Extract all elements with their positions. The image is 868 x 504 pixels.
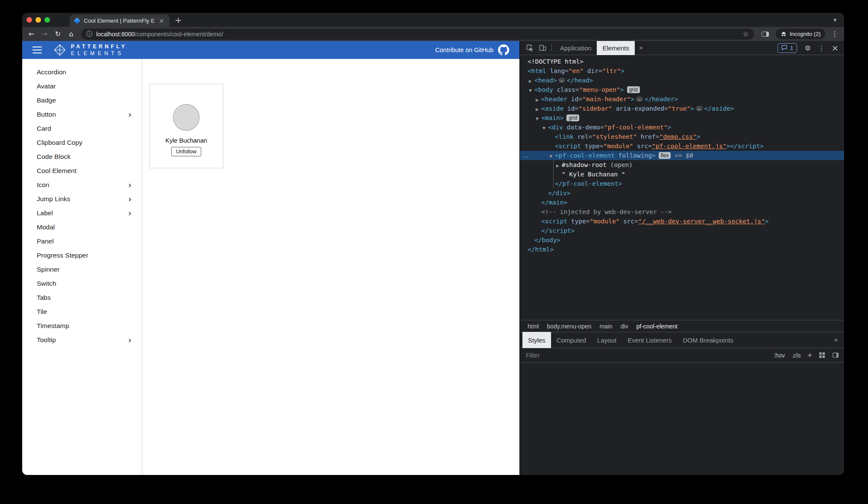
dom-tree-line[interactable]: ▶<head>…</head> <box>520 76 844 85</box>
dom-tree-line[interactable]: </main> <box>520 198 844 207</box>
more-panels-icon[interactable]: » <box>635 44 647 52</box>
sidebar-item-clipboard-copy[interactable]: Clipboard Copy <box>22 135 142 149</box>
node-menu-icon[interactable]: … <box>522 151 529 160</box>
collapse-arrow-icon[interactable]: ▼ <box>536 114 541 123</box>
unfollow-button[interactable]: Unfollow <box>171 147 201 156</box>
forward-button[interactable]: → <box>39 28 50 40</box>
code-link[interactable]: "pf-cool-element.js" <box>652 143 727 149</box>
brand[interactable]: PATTERNFLY ELEMENTS <box>53 43 127 57</box>
dom-tree-line[interactable]: ▶#shadow-root (open) <box>520 160 844 170</box>
browser-menu-icon[interactable]: ⋮ <box>829 30 841 38</box>
sidebar-item-tabs[interactable]: Tabs <box>22 290 142 305</box>
dom-tree-line[interactable]: <script type="module" src="/__web-dev-se… <box>520 217 844 226</box>
expand-arrow-icon[interactable]: ▶ <box>556 161 562 170</box>
code-badge[interactable]: flex <box>659 152 671 159</box>
tab-event-listeners[interactable]: Event Listeners <box>622 332 677 348</box>
breadcrumb-item-body-menu-open[interactable]: body.menu-open <box>547 323 591 330</box>
minimize-window-button[interactable] <box>35 17 41 23</box>
sidebar-item-tooltip[interactable]: Tooltip› <box>22 333 142 347</box>
dom-tree-line[interactable]: ▼<main>grid <box>520 113 844 123</box>
breadcrumb-item-main[interactable]: main <box>600 323 613 330</box>
sidebar-item-cool-element[interactable]: Cool Element <box>22 164 142 178</box>
sidebar-item-badge[interactable]: Badge <box>22 93 142 107</box>
dock-sidebar-icon[interactable] <box>832 352 839 358</box>
dom-tree-line[interactable]: </script> <box>520 226 844 235</box>
dom-tree-line[interactable]: <!-- injected by web-dev-server --> <box>520 207 844 217</box>
hamburger-menu-icon[interactable] <box>32 47 42 54</box>
dom-tree-line[interactable]: </body> <box>520 235 844 245</box>
sidebar-item-panel[interactable]: Panel <box>22 234 142 248</box>
element-classes-button[interactable]: .cls <box>792 352 801 359</box>
code-badge[interactable]: grid <box>566 114 579 121</box>
sidebar-item-jump-links[interactable]: Jump Links› <box>22 192 142 206</box>
more-style-tabs-icon[interactable]: » <box>828 336 844 344</box>
address-bar[interactable]: ⓘ localhost:8000/components/cool-element… <box>81 29 754 40</box>
browser-tab[interactable]: Cool Element | PatternFly Elem × <box>70 15 170 27</box>
expand-arrow-icon[interactable]: ▶ <box>536 95 541 105</box>
dom-tree-line[interactable]: </div> <box>520 188 844 198</box>
expand-arrow-icon[interactable]: ▶ <box>536 105 541 114</box>
settings-gear-icon[interactable]: ⚙ <box>801 41 814 55</box>
home-button[interactable]: ⌂ <box>65 28 77 40</box>
code-badge[interactable]: grid <box>627 86 640 93</box>
dom-tree-line[interactable]: ▼<div data-demo="pf-cool-element"> <box>520 123 844 132</box>
styles-filter-input[interactable] <box>525 352 767 359</box>
sidebar-item-code-block[interactable]: Code Block <box>22 149 142 164</box>
dom-tree-line[interactable]: ▶<header id="main-header">…</header> <box>520 94 844 104</box>
devtools-close-icon[interactable]: × <box>829 41 842 55</box>
issues-button[interactable]: 1 <box>777 43 797 53</box>
dom-tree-line[interactable]: <!DOCTYPE html> <box>520 57 844 66</box>
sidebar-item-tile[interactable]: Tile <box>22 305 142 319</box>
dom-tree-line[interactable]: <html lang="en" dir="ltr"> <box>520 66 844 76</box>
bookmark-star-icon[interactable]: ☆ <box>740 30 751 38</box>
breadcrumb-item-div[interactable]: div <box>621 323 628 330</box>
sidebar-item-card[interactable]: Card <box>22 121 142 135</box>
rendering-grid-icon[interactable] <box>819 352 825 358</box>
tab-dom-breakpoints[interactable]: DOM Breakpoints <box>677 332 739 348</box>
tab-elements[interactable]: Elements <box>597 41 635 55</box>
sidebar-item-progress-stepper[interactable]: Progress Stepper <box>22 248 142 262</box>
breadcrumb-item-pf-cool-element[interactable]: pf-cool-element <box>636 323 678 330</box>
code-link[interactable]: "demo.css" <box>659 133 696 140</box>
dom-tree-line[interactable]: <script type="module" src="pf-cool-eleme… <box>520 141 844 151</box>
sidebar-item-spinner[interactable]: Spinner <box>22 262 142 276</box>
code-link[interactable]: "/__web-dev-server__web-socket.js" <box>638 218 765 225</box>
sidebar-item-accordion[interactable]: Accordion <box>22 65 142 79</box>
site-info-icon[interactable]: ⓘ <box>86 30 92 38</box>
devtools-menu-icon[interactable]: ⋮ <box>815 41 828 55</box>
dom-tree-line[interactable]: ▼<body class="menu-open">grid <box>520 85 844 94</box>
reload-button[interactable]: ↻ <box>52 28 64 40</box>
dom-tree-line[interactable]: </pf-cool-element> <box>520 179 844 188</box>
new-style-rule-button[interactable]: + <box>807 352 812 359</box>
sidebar-item-timestamp[interactable]: Timestamp <box>22 319 142 333</box>
dom-tree-line[interactable]: …▼<pf-cool-element following>flex == $0 <box>520 151 844 160</box>
zoom-window-button[interactable] <box>44 17 50 23</box>
dom-tree-line[interactable]: </html> <box>520 245 844 254</box>
breadcrumb-item-html[interactable]: html <box>528 323 539 330</box>
collapse-arrow-icon[interactable]: ▼ <box>529 86 534 95</box>
tab-computed[interactable]: Computed <box>551 332 592 348</box>
code-ellipsis[interactable]: … <box>636 97 643 102</box>
side-panel-icon[interactable] <box>762 32 769 37</box>
sidebar-item-label[interactable]: Label› <box>22 206 142 220</box>
dom-tree-line[interactable]: " Kyle Buchanan " <box>520 170 844 179</box>
tab-application[interactable]: Application <box>554 41 597 55</box>
expand-arrow-icon[interactable]: ▶ <box>529 76 534 86</box>
sidebar-item-icon[interactable]: Icon› <box>22 178 142 192</box>
collapse-arrow-icon[interactable]: ▼ <box>542 123 548 133</box>
tab-styles[interactable]: Styles <box>522 332 551 348</box>
tab-close-icon[interactable]: × <box>158 18 165 24</box>
sidebar-item-button[interactable]: Button› <box>22 107 142 121</box>
tab-search-icon[interactable]: ▾ <box>833 17 836 23</box>
device-toolbar-icon[interactable] <box>536 41 549 55</box>
dom-tree-line[interactable]: ▶<aside id="sidebar" aria-expanded="true… <box>520 104 844 113</box>
sidebar-item-switch[interactable]: Switch <box>22 276 142 290</box>
tab-layout[interactable]: Layout <box>592 332 622 348</box>
new-tab-button[interactable]: + <box>175 16 182 24</box>
code-ellipsis[interactable]: … <box>696 106 703 111</box>
sidebar-item-modal[interactable]: Modal <box>22 220 142 234</box>
sidebar-item-avatar[interactable]: Avatar <box>22 79 142 93</box>
hover-state-button[interactable]: :hov <box>774 352 785 359</box>
collapse-arrow-icon[interactable]: ▼ <box>549 152 555 161</box>
code-ellipsis[interactable]: … <box>558 78 565 83</box>
